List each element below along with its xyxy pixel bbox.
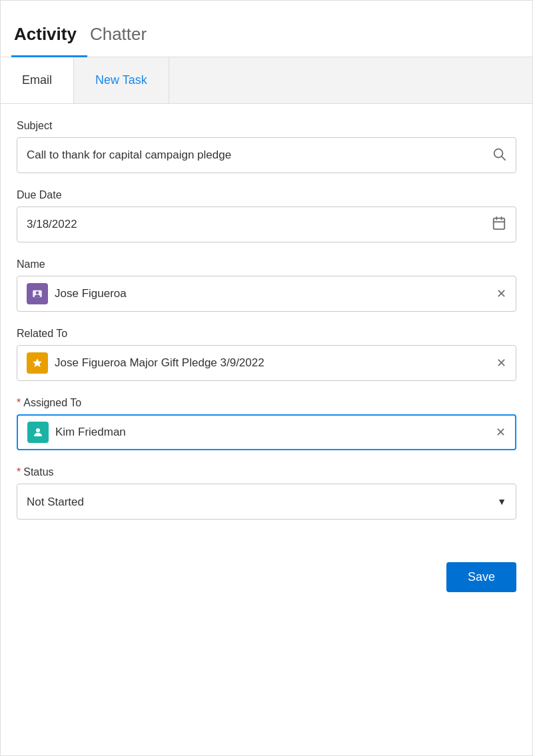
assigned-to-chip: Kim Friedman ✕ [27,422,506,443]
sub-tab-email[interactable]: Email [1,57,74,103]
name-input-wrapper[interactable]: Jose Figueroa ✕ [17,276,516,312]
svg-point-0 [494,149,503,157]
assigned-to-label: * Assigned To [17,397,516,409]
due-date-label: Due Date [17,189,516,201]
svg-point-9 [36,428,40,432]
assigned-to-required-star: * [17,397,21,409]
calendar-icon[interactable] [492,216,506,234]
svg-point-7 [36,291,39,294]
name-field-group: Name Jose Figueroa ✕ [17,258,516,312]
related-to-close-icon[interactable]: ✕ [496,356,506,370]
assigned-to-input-wrapper[interactable]: Kim Friedman ✕ [17,414,516,450]
subject-input-wrapper [17,137,516,173]
related-to-label: Related To [17,328,516,340]
status-select[interactable]: Not Started In Progress Completed Waitin… [27,496,497,508]
due-date-input[interactable] [27,218,492,231]
svg-line-1 [502,157,506,160]
sub-tabs: Email New Task [1,57,532,104]
assigned-to-chip-icon [27,422,49,443]
name-chip-icon [27,283,48,304]
form-footer: Save [1,552,532,608]
tab-activity[interactable]: Activity [11,19,87,57]
related-to-field-group: Related To Jose Figueroa Major Gift Pled… [17,328,516,381]
assigned-to-field-group: * Assigned To Kim Friedman ✕ [17,397,516,450]
assigned-to-chip-label: Kim Friedman [55,426,489,439]
assigned-to-close-icon[interactable]: ✕ [496,425,506,440]
subject-input[interactable] [27,149,492,162]
sub-tab-new-task[interactable]: New Task [74,57,169,103]
related-to-chip: Jose Figueroa Major Gift Pledge 3/9/2022… [27,352,506,374]
top-tabs: Activity Chatter [1,1,532,57]
form-area: Subject Due Date [1,104,532,552]
save-button[interactable]: Save [446,562,516,592]
due-date-input-wrapper [17,206,516,242]
name-label: Name [17,258,516,270]
svg-rect-2 [494,218,505,229]
status-dropdown-icon: ▼ [497,496,506,507]
main-panel: Activity Chatter Email New Task Subject [0,0,533,756]
subject-label: Subject [17,120,516,132]
due-date-field-group: Due Date [17,189,516,242]
name-chip: Jose Figueroa ✕ [27,283,506,304]
search-icon [492,147,506,165]
svg-marker-8 [33,358,42,367]
status-label: * Status [17,466,516,478]
tab-chatter[interactable]: Chatter [87,19,157,57]
related-to-chip-label: Jose Figueroa Major Gift Pledge 3/9/2022 [55,356,490,370]
subject-field-group: Subject [17,120,516,173]
status-required-star: * [17,466,21,478]
related-to-chip-icon [27,352,48,374]
status-field-group: * Status Not Started In Progress Complet… [17,466,516,520]
name-close-icon[interactable]: ✕ [496,286,506,301]
status-select-wrapper: Not Started In Progress Completed Waitin… [17,484,516,520]
name-chip-label: Jose Figueroa [55,287,490,300]
related-to-input-wrapper[interactable]: Jose Figueroa Major Gift Pledge 3/9/2022… [17,345,516,381]
